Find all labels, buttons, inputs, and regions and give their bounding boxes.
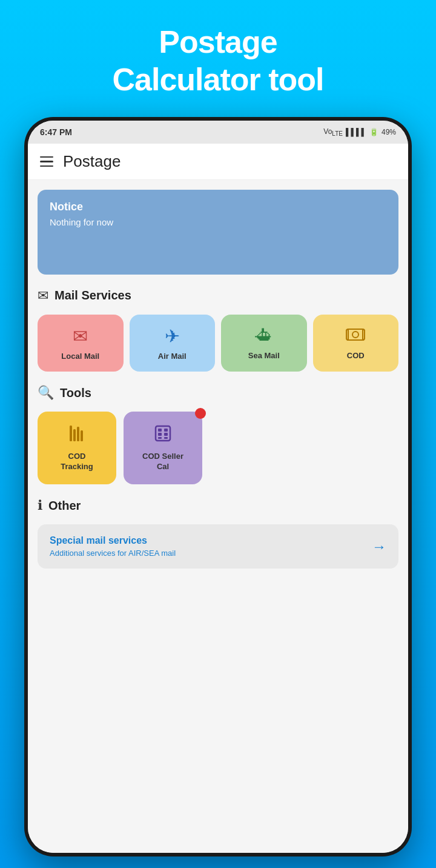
svg-rect-11 [158,433,162,436]
svg-rect-0 [346,329,365,340]
app-title: Postage [63,152,121,171]
local-mail-label: Local Mail [61,352,99,361]
other-card-title: Special mail services [50,535,176,546]
svg-rect-5 [73,429,76,441]
mail-services-header: ✉ Mail Services [38,288,398,304]
svg-point-1 [352,332,358,338]
svg-rect-6 [77,427,79,441]
air-mail-card[interactable]: ✈ Air Mail [130,315,216,372]
menu-line2 [40,161,53,162]
phone-frame: 6:47 PM VoLTE ▌▌▌▌ 🔋 49% Postage Notice … [24,117,412,856]
tools-title: Tools [60,386,91,400]
notice-banner: Notice Nothing for now [38,190,398,275]
cod-card[interactable]: COD [313,315,399,372]
notice-title: Notice [50,201,386,213]
battery-icon: 🔋 [369,128,378,136]
cod-tracking-label: CODTracking [61,452,93,472]
status-icons: VoLTE ▌▌▌▌ 🔋 49% [323,127,396,137]
cod-seller-icon [154,424,172,447]
notice-body: Nothing for now [50,217,386,227]
phone-screen: 6:47 PM VoLTE ▌▌▌▌ 🔋 49% Postage Notice … [28,121,408,853]
sea-mail-icon: ⛴ [255,326,273,346]
cod-seller-label: COD SellerCal [142,452,183,472]
status-bar: 6:47 PM VoLTE ▌▌▌▌ 🔋 49% [28,121,408,144]
cod-label: COD [347,351,365,361]
cod-tracking-icon [68,424,86,447]
sea-mail-label: Sea Mail [248,351,280,361]
special-mail-card[interactable]: Special mail services Additional service… [38,524,398,569]
tools-header: 🔍 Tools [38,385,398,401]
svg-rect-13 [158,437,162,439]
other-title: Other [48,499,81,513]
svg-rect-12 [164,433,168,436]
network-icon: VoLTE [323,127,343,137]
other-card-text: Special mail services Additional service… [50,535,176,558]
tools-icon: 🔍 [38,385,54,401]
svg-rect-10 [164,429,168,432]
cod-tracking-card[interactable]: CODTracking [38,412,116,484]
mail-services-title: Mail Services [54,289,131,302]
local-mail-icon: ✉ [73,326,88,347]
air-mail-label: Air Mail [158,352,187,361]
mail-services-grid: ✉ Local Mail ✈ Air Mail ⛴ Sea Mail [38,315,398,372]
other-header: ℹ Other [38,498,398,513]
other-icon: ℹ [38,498,42,513]
arrow-icon: → [372,538,386,555]
menu-line3 [40,165,53,167]
other-card-subtitle: Additional services for AIR/SEA mail [50,549,176,558]
app-bar: Postage [28,144,408,180]
app-header: Postage Calculator tool [112,23,323,99]
menu-button[interactable] [40,156,53,167]
battery-percent: 49% [382,128,396,136]
cod-seller-card[interactable]: COD SellerCal [124,412,202,484]
svg-rect-8 [156,426,170,441]
header-line1: Postage [159,24,277,59]
tools-grid: CODTracking [38,412,398,484]
main-content: Notice Nothing for now ✉ Mail Services ✉… [28,180,408,853]
notification-dot [195,408,206,419]
air-mail-icon: ✈ [165,326,180,347]
svg-rect-14 [164,437,168,439]
mail-services-icon: ✉ [38,288,48,304]
local-mail-card[interactable]: ✉ Local Mail [38,315,124,372]
status-time: 6:47 PM [40,127,72,137]
signal-icon: ▌▌▌▌ [346,128,366,136]
svg-rect-4 [70,426,72,441]
svg-rect-7 [81,430,83,441]
menu-line1 [40,156,53,158]
sea-mail-card[interactable]: ⛴ Sea Mail [221,315,307,372]
svg-rect-9 [158,429,162,432]
header-line2: Calculator tool [112,62,323,97]
cod-icon [346,326,365,346]
